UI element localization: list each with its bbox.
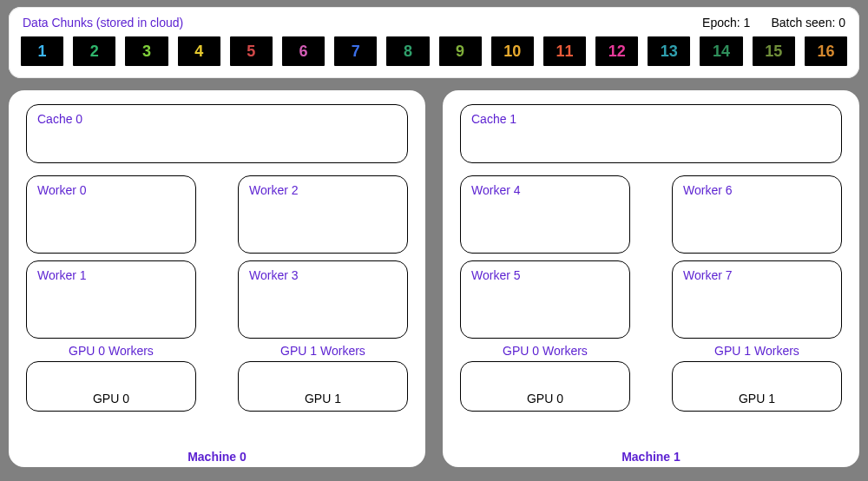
data-chunk: 3: [125, 36, 168, 66]
machine: Cache 0Worker 0Worker 1GPU 0 WorkersGPU …: [9, 90, 425, 467]
worker: Worker 7: [672, 260, 842, 339]
data-chunk: 16: [805, 36, 847, 66]
chunks-row: 12345678910111213141516: [19, 35, 849, 68]
gpu: GPU 0: [26, 361, 196, 412]
gpu-workers-label: GPU 0 Workers: [26, 339, 196, 361]
worker: Worker 1: [26, 260, 196, 339]
data-chunk: 6: [282, 36, 325, 66]
cache: Cache 0: [26, 104, 408, 163]
workers-wrap: Worker 0Worker 1: [26, 175, 196, 339]
gpu-blocks: Worker 0Worker 1GPU 0 WorkersGPU 0Worker…: [26, 175, 408, 412]
worker: Worker 6: [672, 175, 842, 254]
gpu-blocks: Worker 4Worker 5GPU 0 WorkersGPU 0Worker…: [460, 175, 842, 412]
epoch-counter: Epoch: 1: [702, 16, 750, 30]
epoch-label: Epoch:: [702, 16, 740, 30]
gpu-workers-label: GPU 1 Workers: [672, 339, 842, 361]
data-chunk: 7: [334, 36, 377, 66]
workers-wrap: Worker 2Worker 3: [238, 175, 408, 339]
data-chunk: 2: [73, 36, 115, 66]
data-chunk: 11: [543, 36, 586, 66]
gpu: GPU 1: [238, 361, 408, 412]
data-chunk: 5: [230, 36, 273, 66]
data-chunks-panel: Data Chunks (stored in cloud) Epoch: 1 B…: [9, 7, 859, 78]
gpu: GPU 0: [460, 361, 630, 412]
machines-row: Cache 0Worker 0Worker 1GPU 0 WorkersGPU …: [9, 90, 859, 467]
gpu: GPU 1: [672, 361, 842, 412]
machine: Cache 1Worker 4Worker 5GPU 0 WorkersGPU …: [443, 90, 859, 467]
data-chunk: 13: [648, 36, 690, 66]
data-chunk: 10: [491, 36, 534, 66]
workers-wrap: Worker 6Worker 7: [672, 175, 842, 339]
gpu-block: Worker 6Worker 7GPU 1 WorkersGPU 1: [672, 175, 842, 412]
batch-counter: Batch seen: 0: [771, 16, 845, 30]
epoch-value: 1: [744, 16, 751, 30]
worker: Worker 3: [238, 260, 408, 339]
data-chunk: 1: [21, 36, 63, 66]
batch-value: 0: [838, 16, 845, 30]
gpu-block: Worker 0Worker 1GPU 0 WorkersGPU 0: [26, 175, 196, 412]
worker: Worker 0: [26, 175, 196, 254]
batch-label: Batch seen:: [771, 16, 835, 30]
machine-label: Machine 0: [9, 450, 425, 464]
gpu-block: Worker 4Worker 5GPU 0 WorkersGPU 0: [460, 175, 630, 412]
cache: Cache 1: [460, 104, 842, 163]
data-chunk: 8: [386, 36, 429, 66]
data-chunk: 9: [439, 36, 482, 66]
counters: Epoch: 1 Batch seen: 0: [702, 16, 845, 30]
gpu-workers-label: GPU 1 Workers: [238, 339, 408, 361]
data-chunk: 14: [700, 36, 742, 66]
worker: Worker 4: [460, 175, 630, 254]
data-chunk: 4: [178, 36, 220, 66]
data-chunks-title: Data Chunks (stored in cloud): [23, 16, 183, 30]
workers-wrap: Worker 4Worker 5: [460, 175, 630, 339]
worker: Worker 5: [460, 260, 630, 339]
worker: Worker 2: [238, 175, 408, 254]
data-chunk: 15: [753, 36, 795, 66]
gpu-workers-label: GPU 0 Workers: [460, 339, 630, 361]
gpu-block: Worker 2Worker 3GPU 1 WorkersGPU 1: [238, 175, 408, 412]
data-chunk: 12: [595, 36, 638, 66]
machine-label: Machine 1: [443, 450, 859, 464]
top-header: Data Chunks (stored in cloud) Epoch: 1 B…: [19, 16, 849, 35]
